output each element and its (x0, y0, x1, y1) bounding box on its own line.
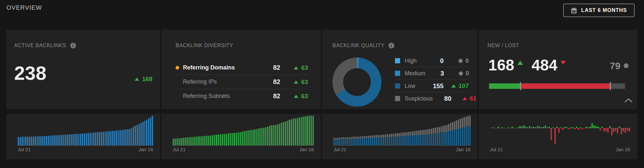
up-triangle-icon (294, 66, 298, 69)
diversity-row-referring-ips[interactable]: Referring IPs 82 63 (176, 75, 308, 89)
legend-delta: 61 (456, 95, 476, 102)
chevron-up-icon[interactable] (624, 98, 633, 103)
card-title-label: BACKLINK QUALITY (332, 43, 385, 48)
quality-legend-row-low[interactable]: Low 155 107 (395, 79, 469, 92)
legend-delta-value: 61 (470, 95, 476, 102)
lost-backlinks-value: 484 (532, 58, 557, 73)
card-new-lost-title: NEW / LOST (487, 43, 519, 48)
legend-delta-value: 107 (458, 82, 469, 89)
legend-value: 3 (430, 70, 444, 77)
legend-label: High (405, 58, 425, 64)
calendar-icon (571, 7, 577, 14)
axis-labels: Jul 21 Jan 16 (173, 147, 314, 152)
legend-label: Suspicious (405, 95, 433, 102)
down-triangle-icon (561, 61, 566, 65)
axis-labels: Jul 21 Jan 16 (490, 147, 630, 152)
legend-swatch-high (395, 58, 400, 63)
page-title: OVERVIEW (6, 4, 42, 11)
trend-charts-row: Jul 21 Jan 16 Jul 21 Jan 16 Jul 21 Jan 1… (6, 114, 637, 159)
diversity-row-value: 82 (261, 64, 280, 71)
diversity-row-value: 82 (261, 78, 280, 86)
backlink-quality-donut-chart (332, 58, 381, 107)
backlink-quality-trend-chart: Jul 21 Jan 16 (322, 114, 477, 159)
quality-legend-row-high[interactable]: High 0 0 (395, 55, 469, 67)
legend-swatch-medium (395, 71, 400, 76)
info-icon[interactable]: i (389, 43, 394, 48)
diversity-rows: Referring Domains 82 63 Referring IPs 82… (176, 61, 308, 103)
active-backlinks-delta-value: 168 (142, 76, 152, 83)
active-backlinks-value: 238 (14, 62, 46, 84)
card-new-lost: NEW / LOST 168 484 79 (479, 30, 637, 109)
axis-start-label: Jul 21 (18, 147, 31, 152)
diversity-row-label: Referring IPs (183, 79, 261, 85)
legend-label: Medium (405, 70, 425, 77)
new-backlinks-value: 168 (488, 58, 514, 73)
stacked-bar-chart-plot (333, 116, 470, 146)
date-range-button[interactable]: LAST 6 MONTHS (563, 4, 635, 17)
card-backlink-diversity: BACKLINK DIVERSITY Referring Domains 82 … (161, 30, 321, 109)
axis-end-label: Jan 16 (616, 147, 630, 152)
up-triangle-red-icon (463, 97, 467, 100)
diversity-row-label: Referring Domains (183, 64, 261, 71)
card-backlink-diversity-title: BACKLINK DIVERSITY (176, 43, 233, 48)
up-triangle-icon (294, 80, 298, 84)
new-lost-numbers: 168 484 79 (488, 58, 629, 73)
new-lost-trend-chart: Jul 21 Jan 16 (479, 114, 637, 159)
info-icon[interactable]: i (70, 43, 76, 48)
diversity-row-delta-value: 63 (301, 79, 308, 86)
axis-end-label: Jan 16 (456, 147, 470, 152)
legend-value: 155 (429, 82, 444, 90)
no-change-dot-icon (458, 59, 463, 63)
diversity-row-delta: 63 (280, 64, 308, 71)
referring-domains-trend-chart: Jul 21 Jan 16 (161, 114, 321, 159)
diverging-bar-chart-plot (490, 116, 630, 145)
quality-legend: High 0 0 Medium 3 0 (395, 55, 469, 105)
up-triangle-icon (135, 78, 139, 81)
legend-swatch-suspicious (395, 96, 400, 101)
unchanged-backlinks-value: 79 (610, 61, 620, 71)
axis-start-label: Jul 21 (333, 147, 346, 152)
axis-end-label: Jan 16 (299, 147, 314, 152)
diversity-row-value: 82 (261, 92, 280, 100)
diversity-row-label: Referring Subnets (183, 93, 261, 100)
quality-legend-row-suspicious[interactable]: Suspicious 80 61 (395, 92, 469, 105)
legend-delta: 0 (448, 57, 469, 64)
card-backlink-quality-title: BACKLINK QUALITY i (332, 43, 394, 48)
diversity-row-delta-value: 63 (301, 93, 308, 100)
up-triangle-icon (294, 95, 298, 98)
card-backlink-quality: BACKLINK QUALITY i High 0 0 Medium (322, 30, 477, 109)
bar-chart-plot (18, 116, 153, 146)
card-title-label: NEW / LOST (487, 43, 519, 48)
up-triangle-icon (517, 61, 523, 65)
up-triangle-icon (451, 84, 456, 88)
card-title-label: BACKLINK DIVERSITY (176, 43, 233, 48)
legend-swatch-low (395, 83, 400, 89)
diversity-row-referring-subnets[interactable]: Referring Subnets 82 63 (176, 89, 308, 103)
active-backlinks-trend-chart: Jul 21 Jan 16 (6, 114, 160, 159)
card-title-label: ACTIVE BACKLINKS (14, 43, 66, 48)
no-change-dot-icon (459, 71, 463, 76)
bar-chart-plot (173, 116, 314, 146)
axis-labels: Jul 21 Jan 16 (333, 147, 470, 152)
axis-labels: Jul 21 Jan 16 (18, 147, 153, 152)
diversity-row-delta: 63 (280, 93, 308, 100)
legend-delta-value: 0 (465, 57, 469, 64)
legend-delta: 107 (448, 82, 469, 89)
diversity-row-delta-value: 63 (301, 64, 308, 71)
diversity-row-delta: 63 (280, 79, 308, 86)
legend-label: Low (405, 83, 425, 89)
date-range-label: LAST 6 MONTHS (581, 7, 627, 13)
selected-bullet-icon (176, 66, 179, 69)
quality-legend-row-medium[interactable]: Medium 3 0 (395, 67, 469, 79)
legend-delta-value: 0 (466, 70, 469, 77)
legend-delta: 0 (448, 70, 469, 77)
no-change-dot-icon (624, 63, 629, 68)
card-active-backlinks: ACTIVE BACKLINKS i 238 168 (6, 30, 160, 109)
legend-value: 0 (429, 57, 444, 65)
axis-start-label: Jul 21 (490, 147, 503, 152)
legend-value: 80 (437, 95, 451, 102)
diversity-row-referring-domains[interactable]: Referring Domains 82 63 (176, 61, 308, 75)
summary-cards-row: ACTIVE BACKLINKS i 238 168 BACKLINK DIVE… (6, 30, 637, 109)
axis-end-label: Jan 16 (139, 147, 153, 152)
new-lost-ratio-bar (489, 83, 625, 89)
